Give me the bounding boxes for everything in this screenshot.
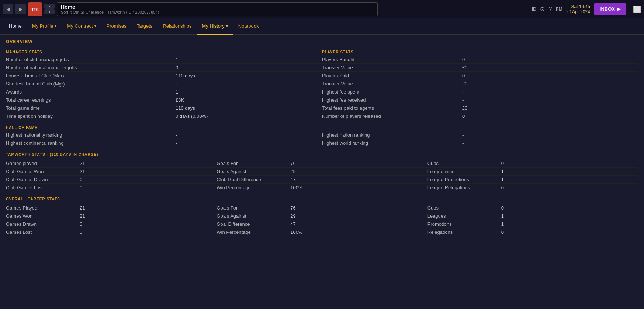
tamworth-col2: Goals For 76 Goals Against 29 Club Goal … xyxy=(217,159,427,192)
svg-text:TFC: TFC xyxy=(31,8,38,12)
main-content: OVERVIEW MANAGER STATS Number of club ma… xyxy=(0,35,644,241)
nav-home[interactable]: Home xyxy=(4,18,27,35)
t-col3-row-0: Cups 0 xyxy=(427,159,638,168)
manager-stat-row-0: Number of club manager jobs 1 xyxy=(6,56,322,64)
o-col3-row-3: Relegations 0 xyxy=(427,228,638,236)
t-col2-row-0: Goals For 76 xyxy=(217,159,427,168)
forward-button[interactable]: ▶ xyxy=(15,4,26,14)
back-button[interactable]: ◀ xyxy=(3,4,13,14)
nav-arrows: ▲ ▼ xyxy=(44,4,55,14)
inbox-label: INBOX xyxy=(600,6,615,12)
chevron-down-icon: ▾ xyxy=(94,24,96,28)
o-col1-row-3: Games Lost 0 xyxy=(6,228,217,236)
player-stat-row-3: Transfer Value £0 xyxy=(322,80,638,88)
manager-stat-row-1: Number of national manager jobs 0 xyxy=(6,64,322,72)
player-stats-header: PLAYER STATS xyxy=(322,48,638,56)
player-stat-row-0: Players Bought 0 xyxy=(322,56,638,64)
t-col1-row-3: Club Games Lost 0 xyxy=(6,184,217,192)
hof-stat-0: Highest nationality ranking - xyxy=(6,131,322,139)
search-subtitle: Sort It Out SI Challenge - Tamworth (ID:… xyxy=(61,10,374,14)
manager-stat-row-6: Total game time 110 days xyxy=(6,104,322,112)
t-col1-row-1: Club Games Won 21 xyxy=(6,168,217,176)
date-line2: 20 Apr 2024 xyxy=(566,9,590,14)
hof-player-section: PLAYER STATS Highest nation ranking - Hi… xyxy=(322,123,638,147)
t-col2-row-2: Club Goal Difference 47 xyxy=(217,176,427,184)
t-col3-row-2: League Promotions 1 xyxy=(427,176,638,184)
date-line1: Sat 16:45 xyxy=(566,4,590,9)
o-col2-row-1: Goals Against 29 xyxy=(217,212,427,220)
t-col2-row-3: Win Percentage 100% xyxy=(217,184,427,192)
club-badge: TFC xyxy=(28,2,42,16)
top-right-controls: ID ⊙ ? FM Sat 16:45 20 Apr 2024 INBOX ▶ … xyxy=(532,3,641,15)
overall-career-header: OVERALL CAREER STATS xyxy=(6,195,638,203)
o-col2-row-0: Goals For 76 xyxy=(217,204,427,212)
top-stats-row: MANAGER STATS Number of club manager job… xyxy=(6,48,638,120)
question-icon[interactable]: ? xyxy=(548,6,552,13)
nav-relationships[interactable]: Relationships xyxy=(157,18,197,35)
o-col1-row-2: Games Drawn 0 xyxy=(6,220,217,228)
manager-stat-row-7: Time spent on holiday 0 days (0.00%) xyxy=(6,112,322,120)
o-col2-row-2: Goal Difference 47 xyxy=(217,220,427,228)
datetime: Sat 16:45 20 Apr 2024 xyxy=(566,4,590,14)
manager-stats-header: MANAGER STATS xyxy=(6,48,322,56)
t-col1-row-2: Club Games Drawn 0 xyxy=(6,176,217,184)
t-col3-row-3: League Relegations 0 xyxy=(427,184,638,192)
tamworth-stats-cols: Games played 21 Club Games Won 21 Club G… xyxy=(6,159,638,192)
t-col3-row-1: League wins 1 xyxy=(427,168,638,176)
player-stat-row-4: Highest fee spent - xyxy=(322,88,638,96)
player-stat-row-1: Transfer Value £0 xyxy=(322,64,638,72)
hof-stat-1: Highest continental ranking - xyxy=(6,139,322,147)
chevron-down-icon: ▾ xyxy=(55,24,56,28)
overall-col1: Games Played 21 Games Won 21 Games Drawn… xyxy=(6,204,217,236)
o-col3-row-2: Promotions 1 xyxy=(427,220,638,228)
up-arrow[interactable]: ▲ xyxy=(44,4,55,9)
hof-manager-section: HALL OF FAME Highest nationality ranking… xyxy=(6,123,322,147)
t-col1-row-0: Games played 21 xyxy=(6,159,217,168)
hof-player-stat-1: Highest world ranking - xyxy=(322,139,638,147)
nav-promises[interactable]: Promises xyxy=(101,18,132,35)
player-stat-row-6: Total fees paid to agents £0 xyxy=(322,104,638,112)
o-col1-row-1: Games Won 21 xyxy=(6,212,217,220)
down-arrow[interactable]: ▼ xyxy=(44,9,55,14)
id-label[interactable]: ID xyxy=(532,6,536,12)
t-col2-row-1: Goals Against 29 xyxy=(217,168,427,176)
inbox-arrow-icon: ▶ xyxy=(617,6,620,12)
player-stat-row-5: Highest fee received - xyxy=(322,96,638,104)
manager-stat-row-3: Shortest Time at Club (Mgr) - xyxy=(6,80,322,88)
fm-label: FM xyxy=(555,6,562,12)
tamworth-stats-header: TAMWORTH STATS - (110 DAYS IN CHARGE) xyxy=(6,150,638,158)
o-col3-row-1: Leagues 1 xyxy=(427,212,638,220)
overall-col3: Cups 0 Leagues 1 Promotions 1 Relegation… xyxy=(427,204,638,236)
o-col1-row-0: Games Played 21 xyxy=(6,204,217,212)
nav-targets[interactable]: Targets xyxy=(132,18,158,35)
player-stat-row-7: Number of players released 0 xyxy=(322,112,638,120)
overall-stats-cols: Games Played 21 Games Won 21 Games Drawn… xyxy=(6,204,638,236)
manager-stat-row-2: Longest Time at Club (Mgr) 110 days xyxy=(6,72,322,80)
hall-of-fame-row: HALL OF FAME Highest nationality ranking… xyxy=(6,123,638,147)
inbox-button[interactable]: INBOX ▶ xyxy=(594,3,626,15)
nav-my-contract[interactable]: My Contract ▾ xyxy=(62,18,101,35)
tamworth-col3: Cups 0 League wins 1 League Promotions 1… xyxy=(427,159,638,192)
hall-of-fame-header: HALL OF FAME xyxy=(6,123,322,131)
manager-stat-row-5: Total career earnings £8K xyxy=(6,96,322,104)
overview-title: OVERVIEW xyxy=(6,39,638,44)
chevron-down-icon: ▾ xyxy=(226,24,228,28)
o-col3-row-0: Cups 0 xyxy=(427,204,638,212)
manager-stat-row-4: Awards 1 xyxy=(6,88,322,96)
monitor-icon[interactable]: ⬜ xyxy=(633,5,641,13)
o-col2-row-3: Win Percentage 100% xyxy=(217,228,427,236)
nav-notebook[interactable]: Notebook xyxy=(233,18,264,35)
help-icon[interactable]: ⊙ xyxy=(540,6,545,13)
nav-my-profile[interactable]: My Profile ▾ xyxy=(27,18,62,35)
player-stats-section: PLAYER STATS Players Bought 0 Transfer V… xyxy=(322,48,638,120)
player-stat-row-2: Players Sold 0 xyxy=(322,72,638,80)
top-bar: ◀ ▶ TFC ▲ ▼ Home Sort It Out SI Challeng… xyxy=(0,0,644,18)
hof-player-stat-0: Highest nation ranking - xyxy=(322,131,638,139)
overall-col2: Goals For 76 Goals Against 29 Goal Diffe… xyxy=(217,204,427,236)
search-title: Home xyxy=(61,4,374,10)
nav-my-history[interactable]: My History ▾ xyxy=(197,18,233,35)
nav-bar: Home My Profile ▾ My Contract ▾ Promises… xyxy=(0,18,644,35)
search-bar: Home Sort It Out SI Challenge - Tamworth… xyxy=(57,2,378,16)
tamworth-col1: Games played 21 Club Games Won 21 Club G… xyxy=(6,159,217,192)
manager-stats-section: MANAGER STATS Number of club manager job… xyxy=(6,48,322,120)
